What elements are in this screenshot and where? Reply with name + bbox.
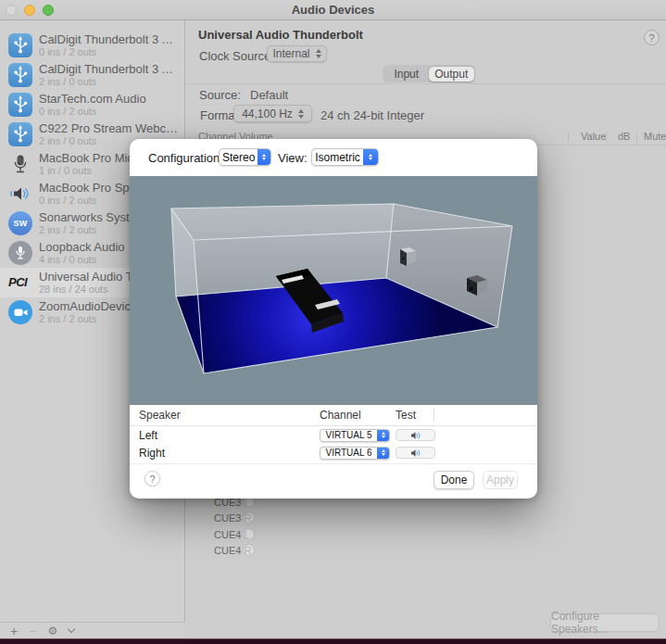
device-io-count: 28 ins / 24 outs — [39, 284, 108, 295]
test-speaker-button-right[interactable] — [396, 447, 435, 459]
device-io-count: 2 ins / 2 outs — [39, 224, 96, 235]
configuration-dropdown[interactable]: Stereo — [219, 148, 271, 166]
dialog-header: Configuration: Stereo View: Isometric — [130, 139, 537, 176]
column-divider — [636, 132, 637, 143]
table-row: Right VIRTUAL 6 — [130, 444, 537, 461]
speaker-room-3d-view — [130, 176, 537, 405]
volume-slider-knob[interactable] — [243, 528, 255, 540]
stepper-arrows-icon — [377, 448, 389, 459]
format-detail: 24 ch 24-bit Integer — [320, 108, 424, 122]
stepper-arrows-icon — [377, 430, 389, 441]
view-value: Isometric — [312, 151, 363, 164]
column-channel: Channel — [320, 409, 361, 422]
column-db: dB — [618, 131, 630, 142]
done-button[interactable]: Done — [434, 471, 474, 489]
sidebar-item-caldigit-1[interactable]: CalDigit Thunderbolt 3 Audio 0 ins / 2 o… — [0, 31, 185, 60]
gear-icon[interactable]: ⚙ — [44, 623, 61, 638]
device-name: StarTech.com Audio — [39, 92, 180, 106]
remove-device-button[interactable]: − — [24, 623, 41, 638]
device-io-count: 2 ins / 2 outs — [39, 313, 96, 324]
format-dropdown[interactable]: 44,100 Hz — [233, 105, 312, 122]
device-io-count: 0 ins / 2 outs — [39, 195, 96, 206]
microphone-icon — [8, 152, 32, 176]
channel-value: VIRTUAL 6 — [320, 448, 377, 458]
column-divider — [568, 132, 569, 143]
device-io-count: 4 ins / 0 outs — [39, 254, 96, 265]
source-label: Source: — [199, 88, 241, 102]
table-row: Left VIRTUAL 5 — [130, 426, 537, 444]
channel-row: CUE4 R — [185, 543, 666, 559]
speaker-name: Right — [139, 447, 165, 460]
chevron-down-icon[interactable] — [63, 623, 80, 638]
dialog-help-button[interactable]: ? — [145, 471, 160, 486]
usb-icon — [8, 63, 32, 87]
sidebar-item-startech[interactable]: StarTech.com Audio 0 ins / 2 outs — [0, 90, 185, 120]
window-title: Audio Devices — [0, 3, 666, 17]
column-divider — [434, 409, 434, 422]
column-value: Value — [581, 131, 606, 142]
title-bar: Audio Devices — [0, 0, 666, 20]
configure-speakers-button[interactable]: Configure Speakers... — [550, 613, 660, 632]
clock-source-dropdown[interactable]: Internal — [267, 45, 327, 62]
loopback-mic-icon — [8, 241, 32, 265]
sidebar-item-caldigit-2[interactable]: CalDigit Thunderbolt 3 Audio 2 ins / 0 o… — [0, 60, 185, 90]
device-io-count: 0 ins / 2 outs — [39, 46, 96, 57]
channel-dropdown-left[interactable]: VIRTUAL 5 — [320, 429, 390, 442]
sw-icon-text: SW — [14, 219, 28, 228]
source-value: Default — [250, 88, 288, 102]
stepper-arrows-icon — [316, 49, 321, 58]
usb-icon — [8, 33, 32, 57]
clock-source-value: Internal — [272, 47, 309, 60]
pci-icon: PCI — [8, 271, 32, 295]
help-button[interactable]: ? — [644, 30, 660, 45]
channel-row: CUE3 R — [185, 511, 666, 526]
channel-row: CUE4 L — [185, 527, 666, 543]
view-label: View: — [278, 151, 308, 165]
tab-input[interactable]: Input — [384, 67, 430, 82]
speaker-test-icon — [410, 448, 421, 458]
device-io-count: 1 in / 0 outs — [39, 165, 92, 176]
sonarworks-sw-icon: SW — [8, 211, 32, 235]
dialog-footer: ? Done Apply — [130, 463, 537, 499]
tab-output[interactable]: Output — [429, 67, 474, 82]
configuration-label: Configuration: — [148, 151, 223, 165]
speaker-table-header: Speaker Channel Test — [130, 405, 537, 425]
format-value: 44,100 Hz — [242, 107, 293, 120]
usb-icon — [8, 122, 32, 146]
video-camera-icon — [8, 300, 32, 324]
volume-slider-knob[interactable] — [243, 511, 255, 524]
usb-icon — [8, 93, 32, 117]
speaker-waves-icon — [8, 182, 32, 206]
channel-value: VIRTUAL 5 — [320, 430, 377, 440]
view-dropdown[interactable]: Isometric — [311, 148, 379, 166]
device-panel-title: Universal Audio Thunderbolt — [198, 28, 363, 42]
speaker-name: Left — [139, 429, 157, 442]
stepper-arrows-icon — [363, 149, 378, 165]
header-divider — [185, 83, 666, 84]
device-io-count: 0 ins / 2 outs — [39, 106, 96, 117]
device-name: CalDigit Thunderbolt 3 Audio — [39, 62, 180, 76]
device-io-count: 2 ins / 0 outs — [39, 76, 96, 87]
channel-dropdown-right[interactable]: VIRTUAL 6 — [320, 447, 390, 460]
clock-source-label: Clock Source: — [199, 49, 274, 63]
sidebar-toolbar: + − ⚙ — [0, 622, 185, 638]
apply-button[interactable]: Apply — [483, 471, 518, 489]
device-name: C922 Pro Stream Webcam — [39, 121, 180, 135]
device-io-count: 2 ins / 0 outs — [39, 135, 96, 146]
test-speaker-button-left[interactable] — [396, 429, 435, 441]
audio-devices-window: Audio Devices CalDigit Thunderbolt 3 Aud… — [0, 0, 666, 644]
column-divider — [606, 132, 607, 143]
column-speaker: Speaker — [139, 409, 181, 422]
column-mute: Mute — [644, 131, 666, 142]
configuration-value: Stereo — [220, 151, 258, 164]
background-window-edge — [0, 638, 666, 644]
input-output-tabs: Input Output — [383, 65, 475, 82]
volume-slider-knob[interactable] — [243, 544, 255, 556]
add-device-button[interactable]: + — [6, 623, 22, 638]
column-test: Test — [396, 409, 416, 422]
stepper-arrows-icon — [298, 109, 304, 119]
stepper-arrows-icon — [258, 149, 270, 165]
pci-icon-text: PCI — [8, 275, 27, 289]
speaker-configuration-dialog: Configuration: Stereo View: Isometric — [130, 139, 537, 499]
device-name: CalDigit Thunderbolt 3 Audio — [39, 32, 180, 46]
